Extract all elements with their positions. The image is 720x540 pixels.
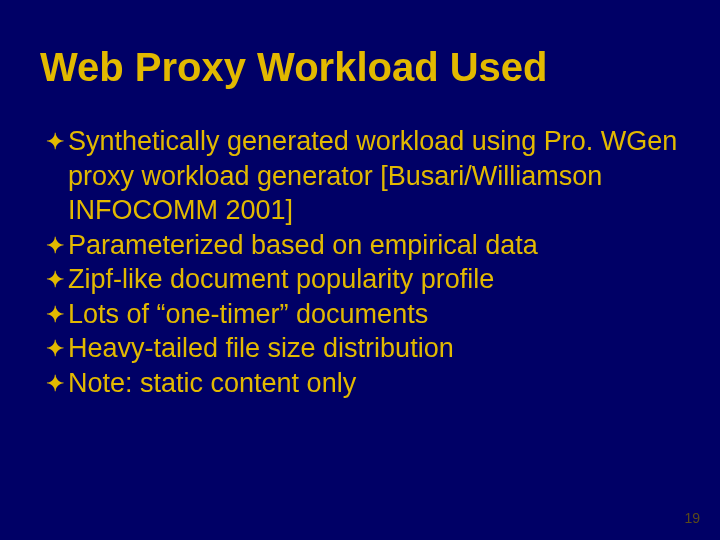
bullet-text: Note: static content only: [68, 366, 680, 401]
list-item: Note: static content only: [46, 366, 680, 401]
list-item: Parameterized based on empirical data: [46, 228, 680, 263]
list-item: Heavy-tailed file size distribution: [46, 331, 680, 366]
list-item: Lots of “one-timer” documents: [46, 297, 680, 332]
star-icon: [46, 229, 68, 263]
list-item: Synthetically generated workload using P…: [46, 124, 680, 228]
star-icon: [46, 332, 68, 366]
slide-title: Web Proxy Workload Used: [40, 46, 680, 88]
bullet-text: Zipf-like document popularity profile: [68, 262, 680, 297]
bullet-text: Heavy-tailed file size distribution: [68, 331, 680, 366]
bullet-text: Synthetically generated workload using P…: [68, 124, 680, 228]
page-number: 19: [684, 510, 700, 526]
slide: Web Proxy Workload Used Synthetically ge…: [0, 0, 720, 540]
bullet-list: Synthetically generated workload using P…: [40, 124, 680, 400]
star-icon: [46, 263, 68, 297]
bullet-text: Parameterized based on empirical data: [68, 228, 680, 263]
bullet-text: Lots of “one-timer” documents: [68, 297, 680, 332]
star-icon: [46, 367, 68, 401]
star-icon: [46, 125, 68, 159]
list-item: Zipf-like document popularity profile: [46, 262, 680, 297]
star-icon: [46, 298, 68, 332]
